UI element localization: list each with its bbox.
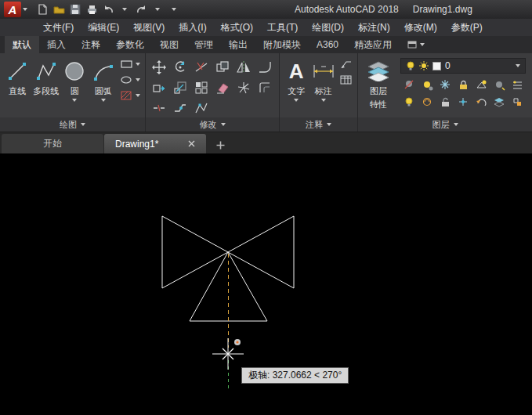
rectangle-button[interactable] <box>121 59 140 70</box>
circle-flyout-caret-icon <box>72 99 77 102</box>
menu-insert[interactable]: 插入(I) <box>172 19 213 36</box>
menu-dimension[interactable]: 标注(N) <box>351 19 397 36</box>
edit-polyline-button[interactable] <box>191 98 212 117</box>
autocad-logo: A <box>4 2 21 17</box>
rotate-button[interactable] <box>170 57 190 77</box>
ellipse-button[interactable] <box>121 74 140 85</box>
menu-view[interactable]: 视图(V) <box>126 19 172 36</box>
hatch-button[interactable] <box>121 90 140 101</box>
layer-isolate-icon <box>422 79 433 91</box>
copy-button[interactable] <box>212 57 233 77</box>
trim-button[interactable] <box>191 57 212 77</box>
tab-annotate[interactable]: 注释 <box>74 36 108 53</box>
line-button[interactable]: 直线 <box>3 56 32 97</box>
undo-caret-button[interactable] <box>117 2 132 17</box>
panel-layers: 图层 特性 0 <box>358 53 532 132</box>
menu-edit[interactable]: 编辑(E) <box>81 19 126 36</box>
join-button[interactable] <box>170 98 190 117</box>
layer-isolate-button[interactable] <box>418 77 436 93</box>
drawing-area[interactable]: 极轴: 327.0662 < 270° <box>0 153 532 415</box>
redo-caret-button[interactable] <box>150 2 165 17</box>
tab-start[interactable]: 开始 <box>2 134 103 153</box>
tab-insert[interactable]: 插入 <box>39 36 74 53</box>
layer-match-button[interactable] <box>472 77 490 93</box>
undo-button[interactable] <box>100 2 116 17</box>
mirror-button[interactable] <box>233 57 254 77</box>
layer-on-button[interactable] <box>400 94 418 110</box>
tab-manage[interactable]: 管理 <box>186 36 221 53</box>
polyline-button[interactable]: 多段线 <box>32 56 61 97</box>
save-button[interactable] <box>67 2 83 17</box>
ribbon-display-toggle[interactable] <box>401 36 431 53</box>
qat-customize-button[interactable] <box>166 2 182 17</box>
new-drawing-button[interactable] <box>212 136 229 153</box>
stretch-button[interactable] <box>149 78 169 97</box>
sun-icon <box>419 61 429 70</box>
fillet-button[interactable] <box>255 57 275 77</box>
offset-icon <box>258 81 272 95</box>
menu-parametric[interactable]: 参数(P) <box>444 19 490 36</box>
close-icon[interactable] <box>188 140 195 147</box>
layer-walk-icon <box>512 79 523 91</box>
leader-button[interactable] <box>340 59 353 70</box>
menu-modify[interactable]: 修改(M) <box>397 19 444 36</box>
layer-prev-button[interactable] <box>472 94 490 110</box>
layer-properties-icon <box>366 59 391 84</box>
layer-properties-button[interactable]: 图层 特性 <box>361 56 396 110</box>
menu-format[interactable]: 格式(O) <box>214 19 260 36</box>
tab-output[interactable]: 输出 <box>221 36 255 53</box>
new-file-button[interactable] <box>34 2 50 17</box>
erase-button[interactable] <box>212 78 233 97</box>
tab-drawing1[interactable]: Drawing1* <box>104 134 206 153</box>
arc-button[interactable]: 圆弧 <box>89 56 118 102</box>
panel-draw-label: 绘图 <box>60 119 77 131</box>
layer-unisolate-button[interactable] <box>490 77 508 93</box>
layer-walk-button[interactable] <box>508 77 526 93</box>
layer-dropdown[interactable]: 0 <box>400 58 526 74</box>
app-menu-button[interactable]: A <box>0 0 31 19</box>
layer-merge-button[interactable] <box>508 94 526 110</box>
tab-view[interactable]: 视图 <box>152 36 186 53</box>
offset-button[interactable] <box>255 78 275 97</box>
move-button[interactable] <box>149 57 169 77</box>
tab-featured-apps[interactable]: 精选应用 <box>346 36 400 53</box>
redo-button[interactable] <box>133 2 149 17</box>
layer-lock-button[interactable] <box>454 77 472 93</box>
open-file-button[interactable] <box>51 2 67 17</box>
layer-state-icon <box>494 96 505 108</box>
plot-button[interactable] <box>84 2 100 17</box>
mirror-icon <box>237 60 251 74</box>
tab-home[interactable]: 默认 <box>5 36 39 53</box>
panel-modify-footer[interactable]: 修改 <box>146 117 279 132</box>
array-button[interactable] <box>191 78 212 97</box>
panel-annotate-footer[interactable]: 注释 <box>280 117 357 132</box>
text-button[interactable]: A 文字 <box>283 56 310 102</box>
chevron-down-icon <box>172 8 176 11</box>
scale-button[interactable] <box>170 78 190 97</box>
window-title: Autodesk AutoCAD 2018 Drawing1.dwg <box>295 0 472 19</box>
menu-draw[interactable]: 绘图(D) <box>305 19 351 36</box>
menu-file[interactable]: 文件(F) <box>36 19 81 36</box>
chevron-down-icon <box>155 8 160 11</box>
panel-draw-footer[interactable]: 绘图 <box>0 117 145 132</box>
layer-freeze-all-button[interactable] <box>454 94 472 110</box>
dimension-button[interactable]: 标注 <box>310 56 338 102</box>
tab-a360[interactable]: A360 <box>309 36 346 53</box>
break-button[interactable] <box>149 98 169 117</box>
layer-unlock-button[interactable] <box>436 94 454 110</box>
layer-off-button[interactable] <box>400 77 418 93</box>
text-flyout-caret-icon <box>294 99 299 102</box>
scale-icon <box>173 81 187 95</box>
tab-addins[interactable]: 附加模块 <box>255 36 309 53</box>
table-button[interactable] <box>340 74 353 85</box>
rectangle-flyout-caret-icon <box>136 63 140 66</box>
layer-freeze-button[interactable] <box>436 77 454 93</box>
tab-parametric[interactable]: 参数化 <box>108 36 152 53</box>
menu-tools[interactable]: 工具(T) <box>260 19 305 36</box>
layer-thaw-button[interactable] <box>418 94 436 110</box>
layer-color-swatch <box>432 62 441 70</box>
explode-button[interactable] <box>233 78 254 97</box>
circle-button[interactable]: 圆 <box>60 56 89 102</box>
layer-state-button[interactable] <box>490 94 508 110</box>
panel-layers-footer[interactable]: 图层 <box>358 117 532 132</box>
